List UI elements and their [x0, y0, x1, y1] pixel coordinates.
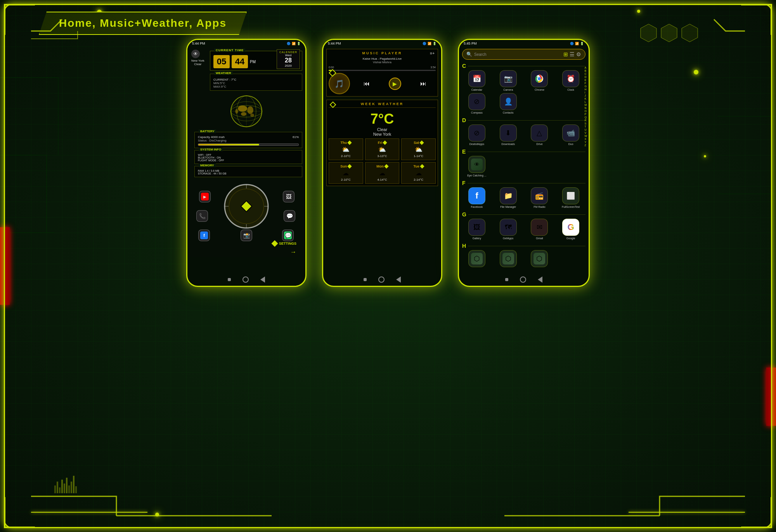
nav-square[interactable]	[228, 278, 231, 281]
phone2-nav-bar	[323, 276, 441, 283]
phone-apps: 5:45 PM 🔵 📶 🔋 🔍 Search ⊞ ☰ ⚙	[458, 39, 590, 287]
section-h-header: H	[462, 243, 585, 249]
app-defaultapps[interactable]: ⊘ DeafultApps	[462, 124, 492, 145]
app-drive[interactable]: △ Drive	[525, 124, 554, 145]
list-view-icon[interactable]: ☰	[570, 51, 575, 57]
app-calendar[interactable]: 📅 Calendar	[462, 70, 492, 91]
weather-thu: Thu ⛅ 2-10°C	[329, 138, 363, 160]
svg-point-19	[250, 114, 254, 117]
battery-capacity: Capacity 4000 mah	[198, 135, 225, 139]
app-hitech2[interactable]: ⬡ Hitech Launc...	[525, 250, 554, 268]
nav-home[interactable]	[242, 276, 249, 283]
settings-icon[interactable]: ⚙	[576, 51, 581, 57]
weather-sat: Sat ⛅ 1-14°C	[401, 138, 436, 160]
app-phone[interactable]: 📞	[196, 210, 208, 222]
weather-widget: WEATHER CURRENT : 7°C MIN:5°C MAX:9°C	[210, 74, 302, 91]
app-downloads[interactable]: ⬇ Downloads	[494, 124, 523, 145]
music-label: MUSIC PLAYER	[329, 51, 436, 55]
current-temperature: 7°C	[329, 111, 436, 127]
app-fullscreentest[interactable]: ⬜ FullScreenTest	[556, 187, 585, 208]
storage-info: STORAGE : 44 / 50 GB	[198, 172, 299, 175]
phone2-nav-back[interactable]	[396, 276, 401, 283]
bottom-neon-right	[629, 512, 745, 513]
header: Home, Music+Weather, Apps	[39, 12, 737, 35]
play-button[interactable]: ▶	[389, 78, 401, 90]
phone3-nav-bar	[459, 276, 589, 283]
apps-list: C 📅 Calendar 📷 Camera	[462, 63, 585, 268]
phone2-notch	[367, 40, 398, 48]
phone2-nav-home[interactable]	[378, 276, 385, 283]
circular-menu-container: ▶ 🖼 📞 💬 f 💬 📸	[191, 179, 302, 241]
app-fmradio[interactable]: 📻 FM Radio	[525, 187, 554, 208]
grid-view-icon[interactable]: ⊞	[563, 51, 568, 57]
app-youtube[interactable]: ▶	[199, 191, 211, 202]
current-time-widget: CURRENT TIME 05 44 PM CALENDER Wed 28 20…	[210, 51, 302, 71]
phone3-nav-home[interactable]	[520, 276, 526, 283]
app-chrome[interactable]: Chrome	[525, 70, 554, 91]
alphabet-index: A B C D E F G H I J K L M N O P Q R S T	[584, 66, 587, 147]
phone3-nav-square[interactable]	[505, 278, 508, 281]
weather-mon: Mon ☁ 4-14°C	[365, 162, 400, 184]
corner-bottom-right	[741, 497, 772, 528]
music-menu-icon[interactable]: ≡+	[430, 51, 435, 55]
bluetooth-info: BLUETOOTH : ON	[198, 156, 299, 159]
app-camera-bottom[interactable]: 📸	[241, 230, 252, 241]
phone1-location: 👁 New York Clear	[191, 50, 204, 66]
phone2-nav-square[interactable]	[364, 278, 367, 281]
time-minute: 44	[232, 55, 248, 68]
app-gmail[interactable]: ✉ Gmail	[525, 219, 554, 240]
app-whatsapp[interactable]: 💬	[282, 230, 294, 241]
time-current: 0:00	[329, 66, 334, 69]
song-title: Kaise Hua - Pagalworld.Live	[329, 57, 436, 60]
svg-point-31	[538, 77, 541, 80]
svg-point-17	[247, 106, 253, 114]
app-eyecatching[interactable]: 👁 Eye Catching ...	[462, 156, 492, 177]
settings-diamond	[271, 240, 278, 247]
app-filemanager[interactable]: 📁 File Manager	[494, 187, 523, 208]
app-hitech1[interactable]: ⬡ Hitech Launc...	[494, 250, 523, 268]
page-title: Home, Music+Weather, Apps	[59, 17, 227, 29]
prev-button[interactable]: ⏮	[364, 80, 370, 87]
app-highstyle[interactable]: ⬡ High Style La...	[462, 250, 492, 268]
section-e-label: E	[462, 149, 466, 155]
app-compass[interactable]: ⊘ Compass	[462, 93, 492, 114]
app-getapps[interactable]: 🗺 GetApps	[494, 219, 523, 240]
calendar-day: Wed	[279, 54, 297, 57]
arrow-forward[interactable]: →	[191, 249, 296, 256]
search-placeholder: Search	[474, 52, 487, 57]
section-c-header: C	[462, 63, 585, 69]
battery-label: BATTERY	[199, 130, 216, 133]
song-artist: Vishal Mishra	[329, 60, 436, 64]
corner-bottom-left	[4, 497, 35, 528]
globe-svg	[229, 94, 264, 129]
weather-section-label: WEEK WEATHER	[361, 102, 404, 106]
flight-mode-info: FLIGHT MODE : OFF	[198, 159, 299, 162]
current-temp: CURRENT : 7°C	[213, 78, 299, 81]
phone2-time: 5:44 PM	[328, 41, 341, 45]
app-clock[interactable]: ⏰ Clock	[556, 70, 585, 91]
phones-container: 5:44 PM 🔵 📶 🔋 👁 New York Clear CURRENT T…	[31, 39, 745, 287]
app-google[interactable]: G Google	[556, 219, 585, 240]
phone3-notch	[508, 40, 539, 48]
search-bar[interactable]: 🔍 Search ⊞ ☰ ⚙	[462, 49, 585, 60]
header-title-box: Home, Music+Weather, Apps	[39, 12, 247, 35]
app-duo[interactable]: 📹 Duo	[556, 124, 585, 145]
app-facebook[interactable]: f	[198, 230, 210, 241]
app-messages[interactable]: 💬	[284, 210, 295, 222]
battery-percent: 61%	[293, 135, 299, 139]
battery-status: Status : DisCharging	[198, 139, 299, 142]
app-facebook-item[interactable]: f Facebook	[462, 187, 492, 208]
app-gallery[interactable]: 🖼 Gallery	[462, 219, 492, 240]
settings-section: SETTINGS →	[191, 241, 296, 256]
app-gallery[interactable]: 🖼	[283, 191, 294, 202]
phone3-nav-back[interactable]	[538, 276, 542, 283]
weather-fri: Fri ⛅ 3-13°C	[365, 138, 400, 160]
svg-point-16	[238, 105, 247, 112]
phone1-content: 👁 New York Clear CURRENT TIME 05 44 PM C…	[187, 47, 305, 257]
app-camera[interactable]: 📷 Camera	[494, 70, 523, 91]
nav-back[interactable]	[260, 276, 265, 283]
memory-widget: MEMORY RAM 1.4 / 3.6 MB STORAGE : 44 / 5…	[194, 166, 302, 177]
next-button[interactable]: ⏭	[420, 80, 426, 87]
app-contacts[interactable]: 👤 Contacts	[494, 93, 523, 114]
weather-diamond-left	[330, 102, 336, 108]
